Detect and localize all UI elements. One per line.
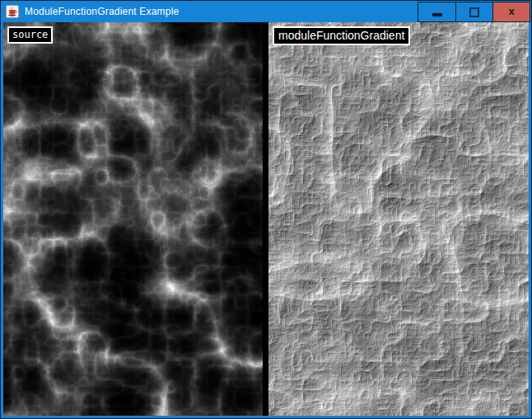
close-icon: x (508, 6, 514, 16)
app-window: ModuleFunctionGradient Example x source … (0, 0, 532, 419)
java-coffee-icon (6, 5, 19, 18)
window-controls: x (418, 2, 530, 22)
source-panel: source (3, 22, 263, 416)
source-label: source (7, 26, 53, 44)
image-content-area: source moduleFunctionGradient (3, 22, 529, 416)
minimize-icon (432, 13, 442, 16)
window-title: ModuleFunctionGradient Example (25, 1, 179, 22)
minimize-button[interactable] (418, 2, 455, 21)
close-button[interactable]: x (492, 2, 530, 21)
maximize-icon (469, 7, 479, 17)
module-function-gradient-panel: moduleFunctionGradient (268, 22, 529, 416)
module-function-gradient-label: moduleFunctionGradient (273, 26, 410, 45)
source-image (3, 22, 263, 416)
maximize-button[interactable] (455, 2, 492, 21)
titlebar[interactable]: ModuleFunctionGradient Example x (1, 1, 531, 22)
module-function-gradient-image (268, 22, 529, 416)
